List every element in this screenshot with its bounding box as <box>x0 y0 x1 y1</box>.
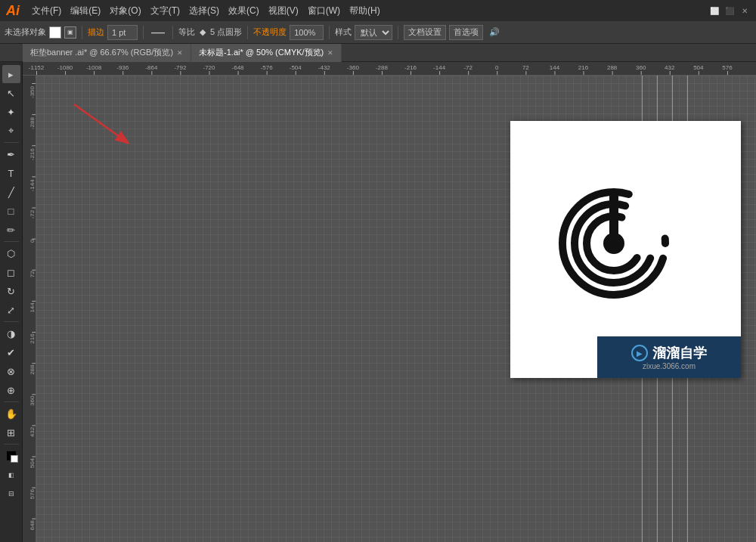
symbol-tool[interactable]: ⊕ <box>2 381 20 399</box>
select-label: 未选择对象 <box>5 26 46 38</box>
eraser-tool[interactable]: ◻ <box>2 263 20 281</box>
blend-tool[interactable]: ⊗ <box>2 362 20 380</box>
canvas-with-ruler: ▶ 溜溜自学 zixue.3066.com <box>23 76 756 542</box>
tool-sep3 <box>4 321 19 322</box>
close-button[interactable]: ✕ <box>739 5 750 16</box>
style-select[interactable]: 默认 <box>355 25 392 40</box>
menu-help[interactable]: 帮助(H) <box>349 5 380 17</box>
top-ruler-canvas <box>23 62 756 76</box>
prefs-button[interactable]: 首选项 <box>449 25 483 40</box>
opacity-label: 不透明度 <box>253 26 287 38</box>
app-logo: Ai <box>6 3 20 19</box>
ratio-label: 等比 <box>178 26 195 38</box>
menu-select[interactable]: 选择(S) <box>189 5 219 17</box>
minimize-button[interactable]: ⬜ <box>709 5 720 16</box>
document-artboard: ▶ 溜溜自学 zixue.3066.com <box>510 121 741 378</box>
menu-object[interactable]: 对象(O) <box>110 5 141 17</box>
lasso-tool[interactable]: ⌖ <box>2 122 20 140</box>
left-toolbar: ▸ ↖ ✦ ⌖ ✒ T ╱ □ ✏ ⬡ ◻ ↻ ⤢ ◑ ✔ ⊗ ⊕ ✋ ⊞ ◧ … <box>0 62 23 542</box>
maximize-button[interactable]: ⬛ <box>724 5 735 16</box>
tab-banner[interactable]: 柜垫banner .ai* @ 66.67% (RGB/预览) ✕ <box>23 44 191 62</box>
magic-wand-tool[interactable]: ✦ <box>2 103 20 121</box>
tool-sep4 <box>4 401 19 402</box>
arrow-indicator <box>67 97 157 160</box>
hand-tool[interactable]: ✋ <box>2 404 20 423</box>
eyedropper-tool[interactable]: ✔ <box>2 343 20 361</box>
menu-file[interactable]: 文件(F) <box>32 5 61 17</box>
rect-tool[interactable]: □ <box>2 202 20 220</box>
color-mode[interactable]: ◧ <box>2 466 20 484</box>
gradient-tool[interactable]: ◑ <box>2 324 20 342</box>
menu-window[interactable]: 窗口(W) <box>308 5 340 17</box>
watermark-logo: ▶ 溜溜自学 <box>631 344 707 362</box>
tool-sep5 <box>4 444 19 444</box>
tab-banner-label: 柜垫banner .ai* @ 66.67% (RGB/预览) <box>30 47 173 58</box>
menu-view[interactable]: 视图(V) <box>268 5 299 17</box>
style-label: 样式 <box>335 26 352 38</box>
fill-color[interactable] <box>2 447 20 465</box>
toolbar: 未选择对象 ▣ 描边 — 等比 ◆ 5 点圆形 不透明度 样式 默认 文档设置 … <box>0 21 756 44</box>
sep5 <box>329 26 330 39</box>
watermark: ▶ 溜溜自学 zixue.3066.com <box>597 336 741 378</box>
svg-line-0 <box>74 104 127 142</box>
line-tool[interactable]: ╱ <box>2 183 20 201</box>
ruler-left <box>23 76 36 542</box>
main-area: ▸ ↖ ✦ ⌖ ✒ T ╱ □ ✏ ⬡ ◻ ↻ ⤢ ◑ ✔ ⊗ ⊕ ✋ ⊞ ◧ … <box>0 62 756 542</box>
pen-tool[interactable]: ✒ <box>2 145 20 163</box>
canvas-viewport[interactable]: ▶ 溜溜自学 zixue.3066.com <box>36 76 756 542</box>
sep3 <box>172 26 173 39</box>
tab-untitled-label: 未标题-1.ai* @ 50% (CMYK/预览) <box>199 47 324 58</box>
left-ruler-canvas <box>23 76 36 542</box>
sep1 <box>82 26 82 39</box>
tabs-bar: 柜垫banner .ai* @ 66.67% (RGB/预览) ✕ 未标题-1.… <box>0 44 756 62</box>
screen-mode[interactable]: ⊟ <box>2 485 20 503</box>
menu-effects[interactable]: 效果(C) <box>228 5 259 17</box>
sep6 <box>398 26 398 39</box>
svg-point-6 <box>603 233 624 254</box>
tab-untitled[interactable]: 未标题-1.ai* @ 50% (CMYK/预览) ✕ <box>191 44 342 62</box>
arrow-tool[interactable]: ▸ <box>2 65 20 83</box>
watermark-text: 溜溜自学 <box>652 344 707 362</box>
opacity-input[interactable] <box>290 25 324 40</box>
paint-tool[interactable]: ⬡ <box>2 244 20 262</box>
stroke-label: 描边 <box>88 26 104 38</box>
canvas-area[interactable]: ▶ 溜溜自学 zixue.3066.com <box>23 62 756 542</box>
text-tool[interactable]: T <box>2 164 20 182</box>
arrow-svg <box>67 97 157 157</box>
zoom-tool[interactable]: ⊞ <box>2 423 20 441</box>
menu-text[interactable]: 文字(T) <box>150 5 180 17</box>
points-label: 5 点圆形 <box>210 26 242 38</box>
direct-select-tool[interactable]: ↖ <box>2 84 20 102</box>
tab-banner-close[interactable]: ✕ <box>177 49 183 57</box>
pencil-tool[interactable]: ✏ <box>2 221 20 239</box>
menu-bar[interactable]: 文件(F) 编辑(E) 对象(O) 文字(T) 选择(S) 效果(C) 视图(V… <box>32 5 380 17</box>
rotate-tool[interactable]: ↻ <box>2 282 20 300</box>
title-bar: Ai 文件(F) 编辑(E) 对象(O) 文字(T) 选择(S) 效果(C) 视… <box>0 0 756 21</box>
sep4 <box>247 26 248 39</box>
watermark-icon: ▶ <box>631 345 648 361</box>
stroke-value-input[interactable] <box>107 25 138 40</box>
doc-settings-button[interactable]: 文档设置 <box>404 25 446 40</box>
menu-edit[interactable]: 编辑(E) <box>70 5 101 17</box>
window-controls[interactable]: ⬜ ⬛ ✕ <box>709 5 750 16</box>
fill-swatch[interactable] <box>49 26 61 39</box>
tool-sep2 <box>4 241 19 242</box>
logo-design <box>553 183 674 304</box>
power-logo-svg <box>553 183 674 304</box>
ruler-top <box>23 62 756 76</box>
sep2 <box>143 26 144 39</box>
tab-untitled-close[interactable]: ✕ <box>327 49 333 57</box>
stroke-swatch[interactable]: ▣ <box>64 26 76 39</box>
tool-sep1 <box>4 142 19 143</box>
scale-tool[interactable]: ⤢ <box>2 301 20 319</box>
watermark-url: zixue.3066.com <box>643 362 696 370</box>
